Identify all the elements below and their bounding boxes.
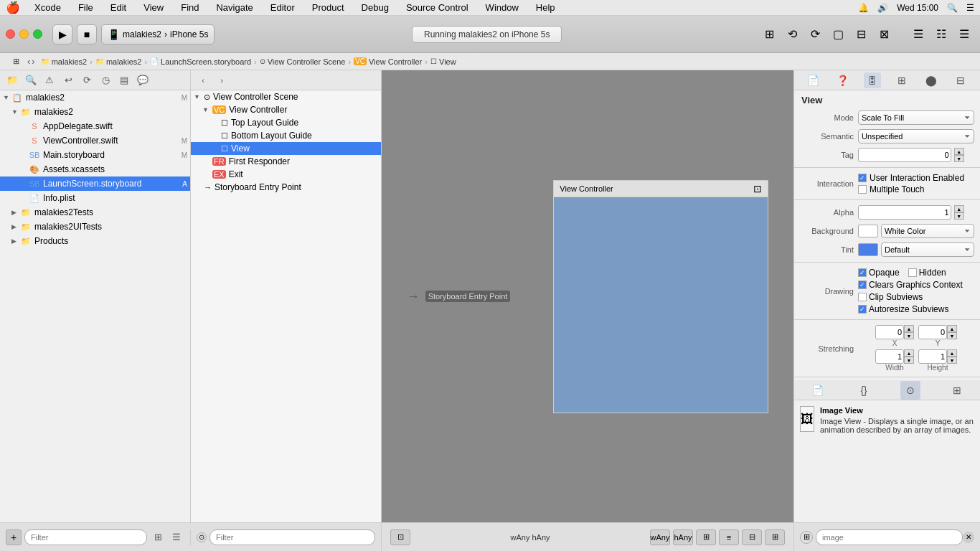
editor-standard[interactable]: ▢	[828, 24, 848, 44]
vc-view[interactable]	[554, 197, 768, 413]
menu-view[interactable]: View	[141, 2, 166, 13]
menu-window[interactable]: Window	[483, 2, 522, 13]
navigator-folder-icon[interactable]: 📁	[4, 72, 20, 88]
stretch-y-stepper[interactable]: ▲▼	[947, 325, 957, 339]
hide-navigator[interactable]: ☰	[908, 24, 928, 44]
volume-icon[interactable]: 🔊	[877, 3, 888, 13]
breadcrumb-forward[interactable]: ›	[32, 56, 34, 67]
stretch-y-input[interactable]	[918, 325, 947, 339]
hide-inspector[interactable]: ☰	[954, 24, 974, 44]
tag-stepper[interactable]: ▲ ▼	[954, 148, 964, 162]
inspector-tab-connections[interactable]: ⬤	[923, 72, 940, 88]
breadcrumb-malakies2[interactable]: 📁 malakies2	[95, 57, 142, 66]
navigator-search-icon[interactable]: 🔍	[23, 72, 39, 88]
navigator-report-icon[interactable]: 💬	[135, 72, 151, 88]
stretch-x-input[interactable]	[875, 325, 904, 339]
navigator-error-icon[interactable]: ↩	[60, 72, 76, 88]
canvas-grid-btn[interactable]: ⊞	[696, 529, 716, 545]
breadcrumb-back[interactable]: ‹	[27, 56, 30, 67]
outline-filter-input[interactable]	[209, 529, 375, 545]
opaque-checkbox[interactable]	[858, 268, 867, 277]
scheme-selector[interactable]: 📱 malakies2 › iPhone 5s	[101, 24, 215, 44]
autoresize-checkbox[interactable]	[858, 305, 867, 314]
alpha-up[interactable]: ▲	[954, 205, 964, 212]
search-icon[interactable]: 🔍	[947, 3, 958, 13]
tree-item-malakies2-root[interactable]: 📋 malakies2 M	[0, 90, 190, 105]
tree-item-uitests[interactable]: 📁 malakies2UITests	[0, 220, 190, 234]
inspector-tab-quick[interactable]: ❓	[834, 72, 852, 88]
navigator-breakpoints-icon[interactable]: ◷	[98, 72, 113, 88]
forward-btn[interactable]: ⟳	[805, 24, 825, 44]
multiple-touch-checkbox[interactable]	[858, 185, 867, 194]
breadcrumb-view[interactable]: ☐ View	[430, 57, 456, 66]
back-forward[interactable]: ⟲	[782, 24, 802, 44]
clip-subviews-checkbox[interactable]	[858, 293, 867, 301]
add-file-button[interactable]: +	[6, 529, 22, 545]
maximize-button[interactable]	[33, 29, 42, 39]
alpha-stepper[interactable]: ▲ ▼	[954, 205, 964, 220]
background-dropdown[interactable]: White Color ⏷	[881, 224, 974, 238]
canvas-wany[interactable]: wAny	[650, 529, 670, 545]
tree-item-info-plist[interactable]: 📄 Info.plist	[0, 191, 190, 205]
outline-toggle[interactable]: ⊞	[6, 52, 26, 72]
canvas-zoom-out[interactable]: ⊟	[742, 529, 762, 545]
tree-item-launchscreen[interactable]: SB LaunchScreen.storyboard A	[0, 176, 190, 191]
menu-editor[interactable]: Editor	[268, 2, 298, 13]
inspector-bottom-file[interactable]: 📄	[807, 381, 827, 400]
menu-navigate[interactable]: Navigate	[213, 2, 255, 13]
inspector-bottom-grid[interactable]: ⊞	[947, 381, 967, 400]
inspector-bottom-braces[interactable]: {}	[854, 381, 874, 400]
outline-forward-icon[interactable]: ›	[214, 72, 230, 88]
stretch-x-stepper[interactable]: ▲▼	[904, 325, 914, 339]
menu-icon[interactable]: ☰	[966, 3, 974, 13]
breadcrumb-vc-scene[interactable]: ⊙ View Controller Scene	[260, 57, 346, 66]
menu-debug[interactable]: Debug	[359, 2, 392, 13]
tint-dropdown[interactable]: Default ⏷	[881, 242, 974, 257]
run-button[interactable]: ▶	[52, 24, 72, 44]
breadcrumb-vc[interactable]: VC View Controller	[354, 57, 422, 66]
menu-find[interactable]: Find	[178, 2, 202, 13]
tag-up[interactable]: ▲	[954, 148, 964, 155]
vc-expand-icon[interactable]: ⊡	[753, 183, 762, 194]
hide-debug[interactable]: ☷	[931, 24, 951, 44]
canvas-align-btn[interactable]: ≡	[719, 529, 739, 545]
clears-graphics-checkbox[interactable]	[858, 281, 867, 289]
sidebar-filter-input[interactable]	[24, 529, 147, 545]
inspector-tab-file[interactable]: 📄	[805, 72, 822, 88]
menu-help[interactable]: Help	[533, 2, 558, 13]
user-interaction-checkbox[interactable]	[858, 174, 867, 182]
apple-menu[interactable]: 🍎	[6, 1, 20, 14]
editor-assistant[interactable]: ⊟	[851, 24, 871, 44]
tree-item-tests[interactable]: 📁 malakies2Tests	[0, 205, 190, 220]
canvas-zoom-in[interactable]: ⊞	[765, 529, 785, 545]
tag-down[interactable]: ▼	[954, 155, 964, 162]
inspector-tab-size[interactable]: ⊞	[893, 72, 910, 88]
breadcrumb-malakies2-root[interactable]: 📁 malakies2	[41, 57, 88, 66]
tree-item-malakies2-group[interactable]: 📁 malakies2	[0, 105, 190, 119]
navigator-history-icon[interactable]: ⟳	[79, 72, 95, 88]
inspector-bottom-circle[interactable]: ⊙	[900, 381, 920, 400]
library-search-input[interactable]	[816, 529, 963, 545]
semantic-dropdown[interactable]: Unspecified ⏷	[858, 129, 974, 143]
filter-hierarchy-btn[interactable]: ☰	[169, 529, 184, 545]
mode-dropdown[interactable]: Scale To Fill ⏷	[858, 110, 974, 125]
outline-first-responder[interactable]: FR First Responder	[191, 155, 381, 168]
tree-item-appdelegate[interactable]: S AppDelegate.swift	[0, 119, 190, 133]
tree-item-main-storyboard[interactable]: SB Main.storyboard M	[0, 148, 190, 162]
stretch-w-stepper[interactable]: ▲▼	[904, 349, 914, 364]
outline-bottom-layout[interactable]: ☐ Bottom Layout Guide	[191, 129, 381, 142]
outline-top-layout[interactable]: ☐ Top Layout Guide	[191, 116, 381, 129]
notification-icon[interactable]: 🔔	[858, 3, 869, 13]
navigator-debug-icon[interactable]: ▤	[116, 72, 132, 88]
clear-search-button[interactable]: ✕	[963, 532, 974, 543]
tree-item-products[interactable]: 📁 Products	[0, 234, 190, 248]
alpha-input[interactable]	[858, 205, 951, 220]
filter-options-btn[interactable]: ⊞	[150, 529, 166, 545]
close-button[interactable]	[6, 29, 15, 39]
background-swatch[interactable]	[858, 225, 878, 237]
tree-item-viewcontroller[interactable]: S ViewController.swift M	[0, 133, 190, 148]
inspector-tab-bindings[interactable]: ⊟	[952, 72, 969, 88]
outline-exit[interactable]: EX Exit	[191, 168, 381, 181]
stretch-h-stepper[interactable]: ▲▼	[947, 349, 957, 364]
editor-version[interactable]: ⊠	[874, 24, 894, 44]
